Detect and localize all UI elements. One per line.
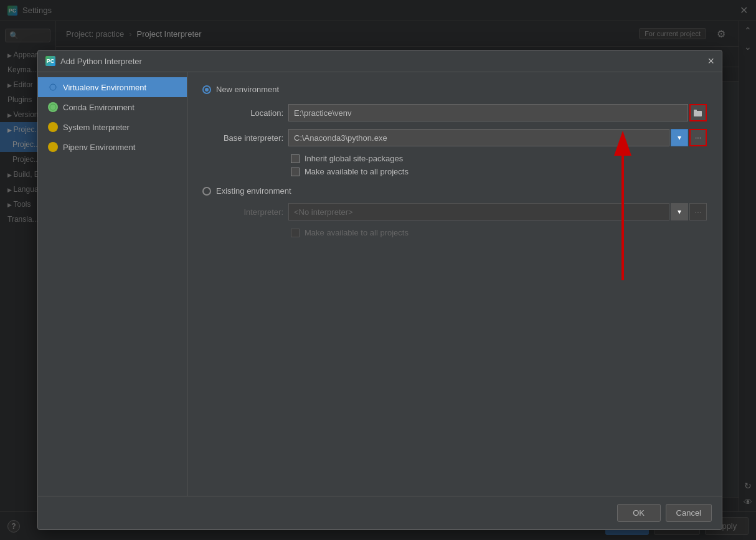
base-interpreter-browse-button[interactable]: ··· [689,129,707,146]
env-item-pipenv[interactable]: Pipenv Environment [38,137,187,157]
dialog-cancel-button[interactable]: Cancel [666,504,712,522]
svg-point-1 [50,104,56,110]
location-form-group: Location: [202,104,707,121]
system-interpreter-icon [48,122,58,132]
interpreter-browse-button: ··· [689,203,707,220]
inherit-packages-label: Inherit global site-packages [305,154,403,163]
svg-rect-4 [694,111,702,116]
dialog-icon: PC [45,56,55,66]
location-input[interactable] [288,104,688,121]
make-available-new-label: Make available to all projects [305,167,409,176]
existing-env-radio-label: Existing environment [216,186,291,196]
svg-marker-3 [50,144,56,149]
dialog-ok-button[interactable]: OK [617,504,661,522]
new-env-checkboxes: Inherit global site-packages Make availa… [291,154,707,176]
dialog-title: Add Python Interpreter [60,57,142,66]
interpreter-input [288,203,669,220]
base-interpreter-form-group: Base interpreter: ▾ ··· [202,129,707,146]
pipenv-icon [48,142,58,152]
env-item-virtualenv[interactable]: Virtualenv Environment [38,77,187,97]
svg-point-0 [50,84,56,90]
add-interpreter-dialog: PC Add Python Interpreter × Virtualenv E… [37,50,722,530]
new-env-radio-group: New environment [202,85,707,94]
dialog-config-panel: New environment Location: [187,72,722,496]
virtualenv-label: Virtualenv Environment [63,83,146,92]
pipenv-label: Pipenv Environment [63,143,135,152]
inherit-packages-checkbox-item[interactable]: Inherit global site-packages [291,154,707,163]
base-interpreter-input-group: ▾ ··· [288,129,707,146]
dialog-body: Virtualenv Environment Conda Environment… [38,72,722,496]
inherit-packages-checkbox[interactable] [291,154,300,163]
make-available-existing-checkbox [291,229,300,237]
dialog-footer: OK Cancel [38,496,722,529]
location-label: Location: [202,108,283,118]
existing-env-radio-option[interactable]: Existing environment [202,186,707,196]
dialog-close-button[interactable]: × [707,55,714,67]
make-available-new-checkbox-item[interactable]: Make available to all projects [291,167,707,176]
interpreter-input-group: ▾ ··· [288,203,707,220]
conda-label: Conda Environment [63,103,135,112]
virtualenv-icon [48,82,58,92]
new-env-radio-option[interactable]: New environment [202,85,707,94]
conda-icon [48,102,58,112]
make-available-existing-label: Make available to all projects [305,228,409,237]
svg-rect-5 [694,110,697,111]
make-available-new-checkbox[interactable] [291,168,300,176]
existing-env-radio-circle [202,187,211,196]
interpreter-form-group: Interpreter: ▾ ··· [202,203,707,220]
env-item-conda[interactable]: Conda Environment [38,97,187,117]
new-env-radio-label: New environment [216,85,279,94]
interpreter-dropdown-button: ▾ [671,203,688,220]
location-input-group [288,104,707,121]
svg-marker-2 [50,124,56,130]
new-env-radio-circle [202,85,211,94]
dialog-title-bar: PC Add Python Interpreter × [38,50,722,72]
system-interpreter-label: System Interpreter [63,123,130,132]
location-browse-button[interactable] [689,104,707,121]
make-available-existing-checkbox-item: Make available to all projects [291,228,707,237]
interpreter-label: Interpreter: [202,207,283,217]
dialog-env-list: Virtualenv Environment Conda Environment… [38,72,187,496]
base-interpreter-label: Base interpreter: [202,133,283,143]
env-item-system[interactable]: System Interpreter [38,117,187,137]
existing-env-section: Existing environment Interpreter: ▾ ··· … [202,186,707,237]
existing-env-checkboxes: Make available to all projects [291,228,707,237]
base-interpreter-dropdown-button[interactable]: ▾ [671,129,688,146]
base-interpreter-input[interactable] [288,129,669,146]
